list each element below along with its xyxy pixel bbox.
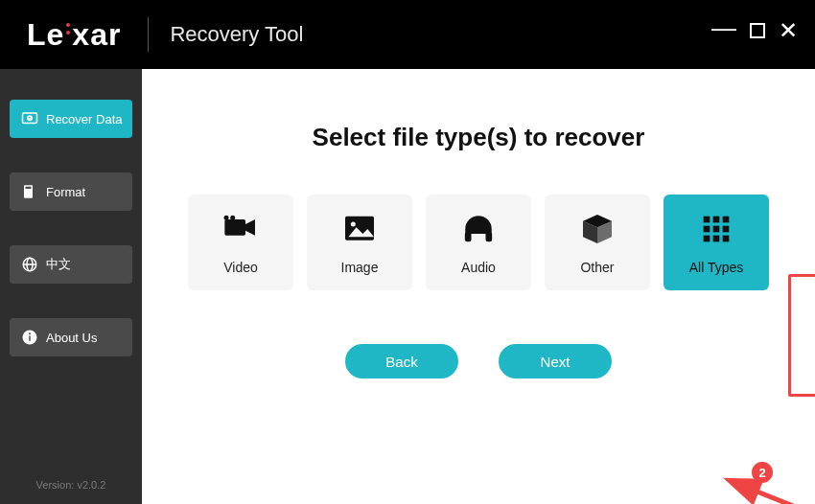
svg-rect-10 [224,219,245,236]
svg-rect-24 [723,217,730,223]
globe-icon [21,256,38,273]
svg-rect-28 [704,236,710,242]
svg-point-13 [230,216,235,220]
annotation-badge-2: 2 [752,462,773,483]
svg-point-9 [29,332,31,334]
logo: Lexar [0,17,148,53]
drive-icon [21,183,38,200]
sidebar-item-label: Format [46,185,85,199]
svg-marker-11 [245,219,255,236]
tile-other[interactable]: Other [545,195,650,290]
svg-point-15 [351,222,356,227]
logo-l: L [27,17,47,53]
sidebar-item-label: About Us [46,331,97,345]
maximize-button[interactable] [750,23,765,38]
svg-rect-3 [26,187,32,189]
next-button[interactable]: Next [499,344,612,378]
tile-label: Audio [461,260,496,275]
version-label: Version: v2.0.2 [0,479,142,491]
sidebar-item-recover-data[interactable]: Recover Data [10,100,132,138]
page-title: Select file type(s) to recover [313,123,645,152]
sidebar-item-label: 中文 [46,256,71,273]
svg-rect-25 [704,226,710,233]
sidebar-item-language[interactable]: 中文 [10,245,132,284]
svg-rect-23 [713,217,720,223]
main: Select file type(s) to recover Video Ima… [142,69,815,504]
tile-video[interactable]: Video [188,195,293,290]
svg-rect-17 [465,232,472,241]
back-button[interactable]: Back [345,344,458,378]
tile-label: Other [580,260,614,275]
recover-icon [21,110,38,127]
sidebar-item-format[interactable]: Format [10,172,132,211]
file-type-tiles: Video Image Audio [188,195,769,290]
svg-rect-18 [486,232,493,241]
app-window: Lexar Recovery Tool — ✕ Recover Data For… [0,0,815,504]
nav-buttons: Back Next [345,344,612,378]
tile-label: Image [341,260,379,275]
annotation-highlight-1 [788,274,815,397]
sidebar-item-label: Recover Data [46,112,122,126]
tile-all-types[interactable]: All Types [664,195,769,290]
tile-label: All Types [689,260,744,275]
svg-rect-30 [723,236,730,242]
close-button[interactable]: ✕ [779,19,798,44]
svg-point-12 [224,216,229,220]
tile-label: Video [223,260,258,275]
svg-rect-27 [723,226,730,233]
minimize-button[interactable]: — [711,15,736,40]
app-name: Recovery Tool [149,22,303,47]
cube-icon [578,210,617,248]
info-icon [21,329,38,346]
headphones-icon [459,210,498,248]
window-controls: — ✕ [711,19,798,44]
image-icon [340,210,379,248]
tile-image[interactable]: Image [307,195,412,290]
svg-line-32 [750,489,815,504]
logo-xar: xar [72,17,121,53]
svg-rect-8 [29,336,31,341]
video-icon [221,210,260,248]
annotation-arrow [740,483,815,504]
tile-audio[interactable]: Audio [426,195,531,290]
logo-e: e [47,17,65,53]
svg-rect-26 [713,226,720,233]
sidebar-item-about[interactable]: About Us [10,318,132,356]
titlebar: Lexar Recovery Tool — ✕ [0,0,815,69]
body: Recover Data Format 中文 About Us Ve [0,69,815,504]
sidebar: Recover Data Format 中文 About Us Ve [0,69,142,504]
svg-rect-29 [713,236,720,242]
svg-rect-22 [704,217,710,223]
grid-icon [697,210,735,248]
